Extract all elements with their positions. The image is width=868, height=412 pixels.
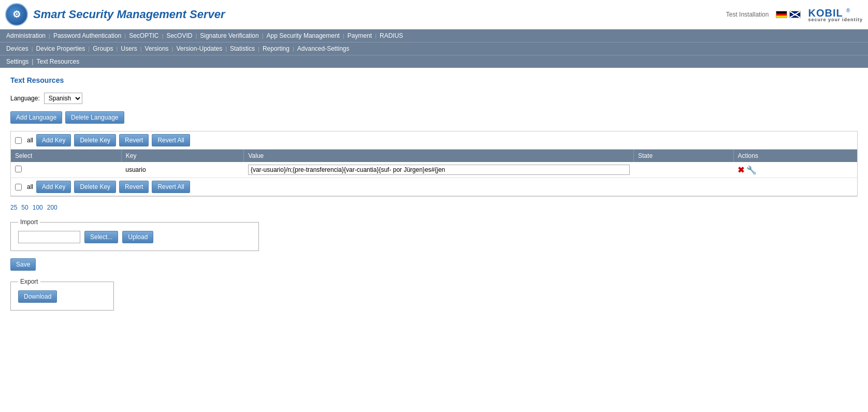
settings-breadcrumb[interactable]: Settings [4, 57, 31, 66]
nav-secondary-advanced-settings[interactable]: Advanced-Settings [295, 44, 352, 53]
upload-button[interactable]: Upload [122, 231, 153, 243]
select-all-top-checkbox[interactable] [15, 137, 22, 144]
export-section: Export Download [10, 278, 114, 311]
delete-language-button[interactable]: Delete Language [65, 111, 124, 124]
pagination-200[interactable]: 200 [47, 204, 57, 211]
page-title: Text Resources [10, 76, 858, 84]
edit-row-icon[interactable]: 🔧 [746, 165, 757, 175]
add-key-button-bottom[interactable]: Add Key [36, 181, 71, 193]
language-label: Language: [10, 95, 40, 102]
delete-row-icon[interactable]: ✖ [737, 165, 744, 175]
col-select: Select [11, 150, 121, 162]
install-label: Test Installation [726, 11, 769, 18]
import-file-input[interactable] [18, 231, 80, 243]
language-select[interactable]: SpanishEnglishGermanFrench [44, 93, 82, 104]
nav-sep: | [162, 33, 164, 39]
main-content: Text Resources Language: SpanishEnglishG… [0, 68, 868, 326]
kobil-logo: KOBIL ® secure your identity [808, 7, 863, 22]
text-resources-breadcrumb[interactable]: Text Resources [34, 57, 81, 66]
col-state: State [634, 150, 734, 162]
row-checkbox[interactable] [15, 166, 22, 172]
nav-sep: | [49, 33, 50, 39]
pagination: 2550100200 [10, 204, 858, 211]
all-label-bottom: all [27, 183, 33, 190]
row-key-cell: usuario [121, 162, 244, 178]
nav-primary-radius[interactable]: RADIUS [378, 31, 405, 40]
kobil-sub: secure your identity [808, 17, 863, 22]
nav-primary-signature-verification[interactable]: Signature Verification [198, 31, 261, 40]
table-header-row: Select Key Value State Actions [11, 150, 857, 162]
nav-sep: | [140, 46, 142, 52]
nav-primary-password-auth[interactable]: Password Authentication [51, 31, 123, 40]
breadcrumb-bar: Settings|Text Resources [0, 55, 868, 68]
nav-secondary-groups[interactable]: Groups [91, 44, 115, 53]
nav-sep: | [258, 46, 259, 52]
revert-all-button-bottom[interactable]: Revert All [152, 181, 190, 193]
flags [776, 11, 801, 18]
save-button[interactable]: Save [10, 258, 36, 271]
nav-secondary-device-properties[interactable]: Device Properties [34, 44, 88, 53]
logo-area: ⚙ Smart Security Management Server [5, 3, 726, 26]
all-label-top: all [27, 137, 33, 144]
select-all-bottom-checkbox[interactable] [15, 184, 22, 190]
export-legend: Export [18, 278, 40, 285]
nav-secondary-versions[interactable]: Versions [143, 44, 171, 53]
revert-button-bottom[interactable]: Revert [119, 181, 149, 193]
flag-english[interactable] [789, 11, 801, 18]
nav-secondary-users[interactable]: Users [119, 44, 139, 53]
header-right: Test Installation KOBIL ® secure your id… [726, 7, 863, 22]
nav-sep: | [375, 33, 377, 39]
nav-primary-secovid[interactable]: SecOVID [164, 31, 194, 40]
revert-button-top[interactable]: Revert [119, 134, 149, 146]
delete-key-button-bottom[interactable]: Delete Key [74, 181, 116, 193]
add-language-button[interactable]: Add Language [10, 111, 62, 124]
language-buttons: Add Language Delete Language [10, 111, 858, 124]
nav-primary-app-security[interactable]: App Security Management [265, 31, 342, 40]
pagination-100[interactable]: 100 [33, 204, 43, 211]
nav-secondary-version-updates[interactable]: Version-Updates [174, 44, 224, 53]
import-section: Import Select... Upload [10, 218, 259, 251]
col-key: Key [121, 150, 244, 162]
row-select-cell [11, 162, 121, 178]
nav-bar-secondary: Devices|Device Properties|Groups|Users|V… [0, 42, 868, 55]
nav-bar-primary: Administration|Password Authentication|S… [0, 30, 868, 42]
nav-sep: | [262, 33, 264, 39]
language-row: Language: SpanishEnglishGermanFrench [10, 93, 858, 104]
breadcrumb-sep: | [32, 58, 33, 65]
nav-secondary-reporting[interactable]: Reporting [261, 44, 292, 53]
add-key-button-top[interactable]: Add Key [36, 134, 71, 146]
nav-sep: | [124, 33, 126, 39]
flag-german[interactable] [776, 11, 787, 18]
save-row: Save [10, 258, 858, 271]
row-value-cell [244, 162, 634, 178]
top-toolbar: all Add Key Delete Key Revert Revert All [11, 131, 857, 150]
col-value: Value [244, 150, 634, 162]
nav-primary-secoptic[interactable]: SecOPTIC [127, 31, 161, 40]
pagination-50[interactable]: 50 [21, 204, 28, 211]
pagination-25[interactable]: 25 [10, 204, 17, 211]
nav-sep: | [195, 33, 197, 39]
nav-sep: | [343, 33, 344, 39]
download-button[interactable]: Download [18, 290, 57, 303]
select-file-button[interactable]: Select... [84, 231, 118, 243]
app-title: Smart Security Management Server [33, 8, 225, 21]
delete-key-button-top[interactable]: Delete Key [74, 134, 116, 146]
nav-sep: | [88, 46, 90, 52]
kobil-tagline: ® [846, 8, 850, 13]
nav-sep: | [293, 46, 294, 52]
bottom-toolbar: all Add Key Delete Key Revert Revert All [11, 178, 857, 196]
nav-secondary-statistics[interactable]: Statistics [228, 44, 257, 53]
logo-icon: ⚙ [5, 3, 28, 26]
row-state-cell [634, 162, 734, 178]
table-row: usuario ✖ 🔧 [11, 162, 857, 178]
logo-icon-inner: ⚙ [12, 9, 21, 20]
nav-secondary-devices[interactable]: Devices [4, 44, 31, 53]
row-value-input[interactable] [248, 165, 630, 175]
header: ⚙ Smart Security Management Server Test … [0, 0, 868, 30]
nav-primary-payment[interactable]: Payment [345, 31, 374, 40]
nav-primary-administration[interactable]: Administration [4, 31, 48, 40]
nav-sep: | [116, 46, 118, 52]
import-row: Select... Upload [18, 231, 251, 243]
nav-sep: | [32, 46, 33, 52]
revert-all-button-top[interactable]: Revert All [152, 134, 190, 146]
